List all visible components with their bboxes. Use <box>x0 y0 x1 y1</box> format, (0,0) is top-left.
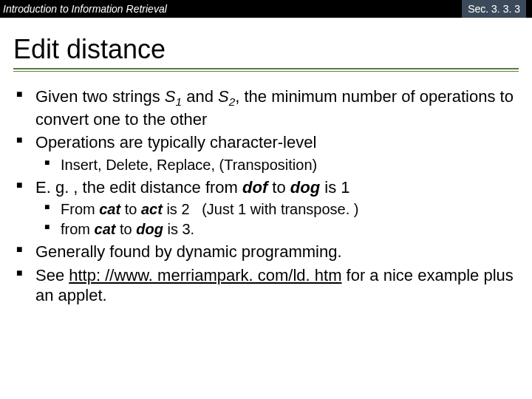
text: to <box>115 221 136 237</box>
sub-list: Insert, Delete, Replace, (Transposition) <box>35 156 519 174</box>
text: E. g. , the edit distance from <box>35 178 242 197</box>
slide-header: Introduction to Information Retrieval Se… <box>0 0 532 18</box>
text: from <box>61 221 95 237</box>
word-dog: dog <box>136 221 163 237</box>
text: Operations are typically character-level <box>35 133 316 151</box>
annotation: (Just 1 with transpose. ) <box>202 201 358 217</box>
text: to <box>267 178 290 197</box>
link-text: http: //www. merriampark. com/ld. htm <box>69 266 341 284</box>
slide-content: Given two strings S1 and S2, the minimum… <box>0 76 532 306</box>
title-underline <box>13 68 519 72</box>
bullet-3-1: From cat to act is 2 (Just 1 with transp… <box>61 200 519 219</box>
header-left-text: Introduction to Information Retrieval <box>3 3 167 15</box>
title-area: Edit distance <box>0 18 532 76</box>
text: is 3. <box>163 221 194 237</box>
text: Generally found by dynamic programming. <box>35 242 342 261</box>
text: Given two strings <box>35 87 165 106</box>
text: is 2 <box>163 201 190 217</box>
text: and <box>182 87 218 106</box>
word-dog: dog <box>290 178 320 197</box>
bullet-5: See http: //www. merriampark. com/ld. ht… <box>33 265 519 306</box>
text: See <box>35 266 69 284</box>
bullet-2: Operations are typically character-level… <box>33 132 519 174</box>
bullet-4: Generally found by dynamic programming. <box>33 242 519 262</box>
var-s2: S <box>218 87 229 106</box>
word-cat: cat <box>99 201 120 217</box>
word-act: act <box>141 201 163 217</box>
header-section-ref: Sec. 3. 3. 3 <box>462 0 526 18</box>
text: to <box>120 201 141 217</box>
sub-list: From cat to act is 2 (Just 1 with transp… <box>35 200 519 239</box>
word-dof: dof <box>242 178 267 197</box>
sub-1: 1 <box>176 95 183 108</box>
text: is 1 <box>320 178 349 197</box>
bullet-3: E. g. , the edit distance from dof to do… <box>33 177 519 239</box>
text: From <box>61 201 99 217</box>
bullet-1: Given two strings S1 and S2, the minimum… <box>33 86 519 129</box>
bullet-3-2: from cat to dog is 3. <box>61 220 519 239</box>
bullet-2-1: Insert, Delete, Replace, (Transposition) <box>61 156 519 174</box>
var-s1: S <box>165 87 176 106</box>
sub-2: 2 <box>229 95 236 108</box>
bullet-list: Given two strings S1 and S2, the minimum… <box>13 86 519 306</box>
text: Insert, Delete, Replace, (Transposition) <box>61 157 317 173</box>
word-cat: cat <box>95 221 116 237</box>
slide-title: Edit distance <box>13 34 519 65</box>
